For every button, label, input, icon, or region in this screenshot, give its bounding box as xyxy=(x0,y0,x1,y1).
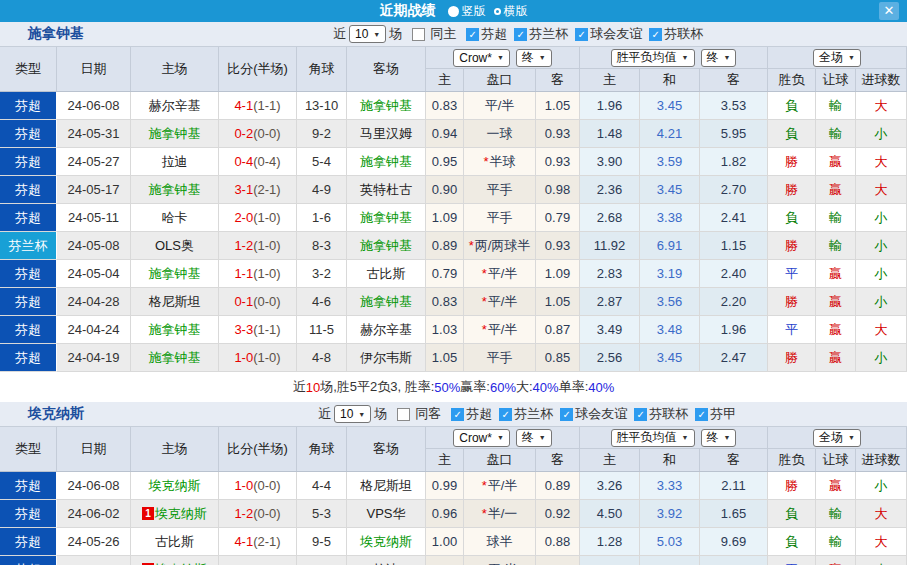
team-label: VPS华 xyxy=(366,505,405,523)
summary-text: 赢率: xyxy=(460,378,490,396)
handicap-cell: *半球 xyxy=(464,148,536,176)
home-team-cell: 埃克纳斯 xyxy=(131,472,219,500)
radio-vertical-selected[interactable] xyxy=(448,6,459,17)
sub-column-header: 和 xyxy=(640,449,700,471)
league-checkbox[interactable]: ✓ xyxy=(514,28,527,41)
handicap-result-cell: 贏 xyxy=(816,344,856,372)
home-team-cell: 施拿钟基 xyxy=(131,120,219,148)
team-label: 施拿钟基 xyxy=(149,349,201,367)
match-scope-select[interactable]: 全场▼ xyxy=(813,429,861,447)
score-cell: 0-1(0-0) xyxy=(219,288,297,316)
column-header: 日期 xyxy=(57,47,131,91)
chevron-down-icon: ▼ xyxy=(848,54,855,61)
date-cell: 24-04-24 xyxy=(57,316,131,344)
goals-cell: 小 xyxy=(856,120,907,148)
league-checkbox[interactable]: ✓ xyxy=(451,408,464,421)
goals-cell: 大 xyxy=(856,176,907,204)
avg-time-select-value: 终 xyxy=(707,429,719,446)
avg-draw-cell: 3.21 xyxy=(640,556,700,565)
summary-text: 40% xyxy=(588,380,614,395)
corner-cell: 5-3 xyxy=(297,500,347,528)
summary-text: 近 xyxy=(293,378,306,396)
crow-select-group: Crow*▼终▼ xyxy=(426,47,580,69)
team-label: 伊尔韦斯 xyxy=(360,349,412,367)
league-cell: 芬超 xyxy=(0,148,57,176)
close-button[interactable]: ✕ xyxy=(879,2,899,20)
score-cell: 1-1(1-0) xyxy=(219,260,297,288)
handicap-cell: *半/一 xyxy=(464,500,536,528)
handicap-result-cell: 贏 xyxy=(816,148,856,176)
handicap-result-cell: 輸 xyxy=(816,92,856,120)
corner-cell: 9-5 xyxy=(297,528,347,556)
column-header: 角球 xyxy=(297,47,347,91)
sub-column-header: 让球 xyxy=(816,449,856,471)
score-cell: 2-0(1-0) xyxy=(219,204,297,232)
handicap-result-cell: 贏 xyxy=(816,176,856,204)
result-cell: 勝 xyxy=(768,472,816,500)
filter-bar: 近10▼场同主✓芬超✓芬兰杯✓球会友谊✓芬联杯 xyxy=(330,22,703,46)
avg-odds-select-value: 胜平负均值 xyxy=(617,429,677,446)
home-team-cell: 赫尔辛基 xyxy=(131,92,219,120)
games-count-select[interactable]: 10▼ xyxy=(334,405,371,423)
bookmaker-select[interactable]: Crow*▼ xyxy=(453,49,510,67)
odds-home-cell: 1.09 xyxy=(426,204,464,232)
same-venue-checkbox[interactable] xyxy=(397,408,410,421)
odds-away-cell: 0.93 xyxy=(536,148,580,176)
handicap-result-cell: 贏 xyxy=(816,288,856,316)
avg-odds-select[interactable]: 胜平负均值▼ xyxy=(611,49,695,67)
handicap-cell: 一球 xyxy=(464,120,536,148)
score-cell: 1-2(0-0) xyxy=(219,500,297,528)
same-venue-checkbox[interactable] xyxy=(412,28,425,41)
bookmaker-select[interactable]: Crow*▼ xyxy=(453,429,510,447)
chevron-down-icon: ▼ xyxy=(682,434,689,441)
chevron-down-icon: ▼ xyxy=(373,31,380,38)
team-label: 埃克纳斯 xyxy=(149,477,201,495)
odds-away-cell: 0.79 xyxy=(536,204,580,232)
summary-text: 单率: xyxy=(559,378,589,396)
league-checkbox[interactable]: ✓ xyxy=(575,28,588,41)
avg-draw-cell: 3.56 xyxy=(640,288,700,316)
radio-horizontal[interactable] xyxy=(494,8,501,15)
handicap-label: 平/半 xyxy=(488,265,518,283)
handicap-label: 平/半 xyxy=(488,321,518,339)
result-cell: 勝 xyxy=(768,344,816,372)
home-team-cell: 格尼斯坦 xyxy=(131,288,219,316)
score-cell: 1-1(1-0) xyxy=(219,556,297,565)
league-checkbox[interactable]: ✓ xyxy=(560,408,573,421)
league-checkbox[interactable]: ✓ xyxy=(499,408,512,421)
column-header: 比分(半场) xyxy=(219,47,297,91)
league-checkbox[interactable]: ✓ xyxy=(634,408,647,421)
full-time-score: 1-0 xyxy=(234,350,253,365)
avg-time-select[interactable]: 终▼ xyxy=(701,49,737,67)
league-checkbox[interactable]: ✓ xyxy=(695,408,708,421)
same-venue-label: 同主 xyxy=(430,25,456,43)
games-count-select[interactable]: 10▼ xyxy=(349,25,386,43)
team-label: 施拿钟基 xyxy=(149,265,201,283)
result-cell: 勝 xyxy=(768,232,816,260)
column-header: 类型 xyxy=(0,47,57,91)
full-time-score: 0-1 xyxy=(234,294,253,309)
league-checkbox-label: 球会友谊 xyxy=(590,25,642,43)
avg-odds-select[interactable]: 胜平负均值▼ xyxy=(611,429,695,447)
odds-away-cell: 0.98 xyxy=(536,176,580,204)
league-cell: 芬超 xyxy=(0,204,57,232)
column-header: 客场 xyxy=(347,47,426,91)
league-checkbox[interactable]: ✓ xyxy=(649,28,662,41)
radio-vertical-label[interactable]: 竖版 xyxy=(462,3,486,20)
radio-horizontal-label[interactable]: 横版 xyxy=(504,3,528,20)
result-cell: 平 xyxy=(768,316,816,344)
avg-draw-cell: 3.33 xyxy=(640,472,700,500)
odds-time-select[interactable]: 终▼ xyxy=(516,49,552,67)
home-team-cell: 1埃克纳斯 xyxy=(131,500,219,528)
handicap-cell: 平手 xyxy=(464,204,536,232)
handicap-cell: 平手 xyxy=(464,344,536,372)
league-checkbox[interactable]: ✓ xyxy=(466,28,479,41)
odds-time-select[interactable]: 终▼ xyxy=(516,429,552,447)
league-cell: 芬超 xyxy=(0,260,57,288)
avg-time-select[interactable]: 终▼ xyxy=(701,429,737,447)
avg-draw-cell: 3.38 xyxy=(640,204,700,232)
match-scope-select[interactable]: 全场▼ xyxy=(813,49,861,67)
home-team-cell: 施拿钟基 xyxy=(131,316,219,344)
same-venue-label: 同客 xyxy=(415,405,441,423)
date-cell: 24-05-08 xyxy=(57,232,131,260)
